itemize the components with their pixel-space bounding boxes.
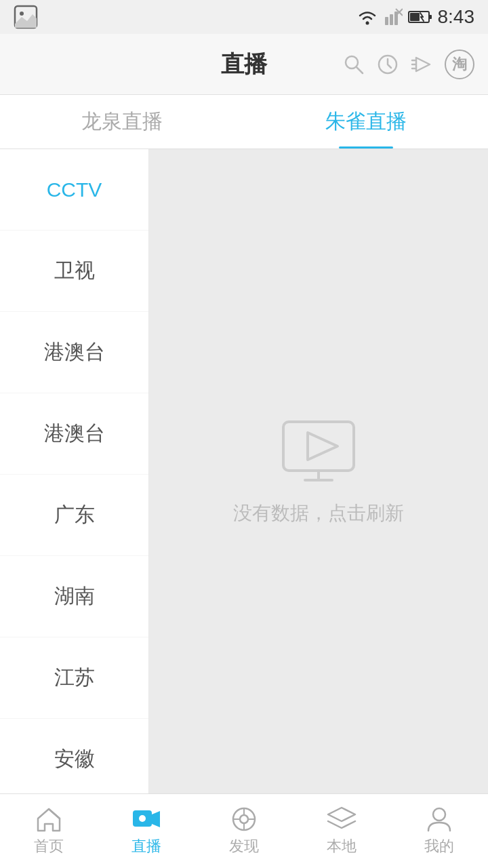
- status-bar: 8:43: [0, 0, 488, 34]
- sidebar-item-jiangsu[interactable]: 江苏: [0, 637, 148, 719]
- svg-rect-3: [385, 17, 388, 25]
- svg-rect-9: [429, 15, 432, 19]
- svg-point-29: [240, 815, 248, 823]
- sidebar-item-gangaotai2[interactable]: 港澳台: [0, 393, 148, 475]
- nav-item-live[interactable]: 直播: [98, 794, 195, 868]
- sidebar-item-weixing[interactable]: 卫视: [0, 231, 148, 312]
- sidebar-item-anhui[interactable]: 安徽: [0, 719, 148, 793]
- no-data-icon: [278, 416, 359, 484]
- playlist-icon[interactable]: [411, 54, 432, 75]
- svg-marker-24: [308, 433, 338, 460]
- live-icon: [131, 806, 161, 832]
- sidebar-item-hunan[interactable]: 湖南: [0, 556, 148, 637]
- mine-icon: [426, 806, 453, 832]
- nav-item-mine[interactable]: 我的: [390, 794, 488, 868]
- nav-label-live: 直播: [131, 836, 161, 856]
- svg-line-15: [357, 67, 363, 73]
- home-icon: [35, 806, 62, 832]
- nav-item-discover[interactable]: 发现: [195, 794, 293, 868]
- wifi-icon: [357, 7, 378, 26]
- svg-rect-10: [410, 13, 420, 21]
- toolbar-icons: 淘: [343, 50, 474, 79]
- image-icon: [14, 5, 38, 29]
- sidebar-item-guangdong[interactable]: 广东: [0, 475, 148, 556]
- svg-point-35: [433, 808, 445, 821]
- taobao-icon[interactable]: 淘: [445, 50, 474, 79]
- search-icon[interactable]: [343, 54, 365, 75]
- nav-label-mine: 我的: [424, 836, 454, 856]
- battery-icon: [408, 9, 432, 24]
- svg-point-2: [365, 22, 369, 25]
- sidebar-item-gangaotai1[interactable]: 港澳台: [0, 312, 148, 393]
- right-panel[interactable]: 没有数据，点击刷新: [149, 149, 488, 793]
- nav-item-local[interactable]: 本地: [293, 794, 390, 868]
- sidebar: CCTV 卫视 港澳台 港澳台 广东 湖南 江苏 安徽: [0, 149, 149, 793]
- svg-point-1: [20, 12, 24, 16]
- tab-longquan[interactable]: 龙泉直播: [0, 95, 244, 149]
- nav-item-home[interactable]: 首页: [0, 794, 98, 868]
- local-icon: [327, 806, 357, 832]
- nav-label-discover: 发现: [229, 836, 259, 856]
- content-area: CCTV 卫视 港澳台 港澳台 广东 湖南 江苏 安徽: [0, 149, 488, 793]
- nav-label-home: 首页: [34, 836, 64, 856]
- status-time: 8:43: [438, 6, 475, 28]
- svg-marker-17: [416, 58, 430, 71]
- signal-icon: [384, 7, 403, 26]
- svg-rect-21: [283, 422, 354, 471]
- svg-marker-26: [152, 811, 160, 827]
- svg-rect-4: [390, 14, 393, 25]
- bottom-nav: 首页 直播 发现: [0, 793, 488, 868]
- top-tab-bar: 龙泉直播 朱雀直播: [0, 95, 488, 149]
- no-data-text[interactable]: 没有数据，点击刷新: [233, 500, 404, 526]
- status-bar-left: [14, 5, 38, 29]
- tab-zhuque[interactable]: 朱雀直播: [244, 95, 488, 149]
- svg-marker-34: [328, 808, 355, 821]
- sidebar-item-cctv[interactable]: CCTV: [0, 149, 148, 231]
- discover-icon: [230, 806, 258, 832]
- toolbar-title: 直播: [221, 49, 267, 80]
- history-icon[interactable]: [377, 54, 399, 75]
- toolbar: 直播 淘: [0, 34, 488, 95]
- svg-point-27: [139, 815, 146, 822]
- nav-label-local: 本地: [327, 836, 357, 856]
- status-bar-right: 8:43: [357, 6, 475, 28]
